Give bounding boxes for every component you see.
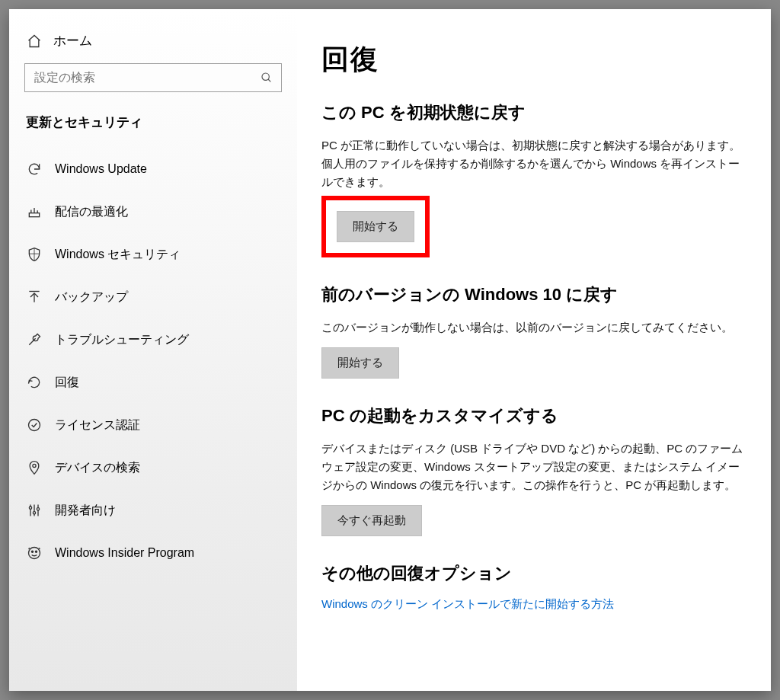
section-more-recovery: その他の回復オプション Windows のクリーン インストールで新たに開始する…: [321, 562, 746, 612]
sidebar-item-label: 回復: [55, 375, 79, 391]
section-title-more: その他の回復オプション: [321, 562, 746, 585]
sidebar-item-for-developers[interactable]: 開発者向け: [24, 489, 282, 532]
sidebar-item-label: Windows Insider Program: [55, 546, 194, 560]
search-icon: [260, 72, 273, 84]
section-advanced-startup: PC の起動をカスタマイズする デバイスまたはディスク (USB ドライブや D…: [321, 404, 746, 536]
shield-icon: [26, 247, 43, 262]
section-go-back: 前のバージョンの Windows 10 に戻す このバージョンが動作しない場合は…: [321, 283, 746, 379]
sidebar-nav-list: Windows Update 配信の最適化 Windows セキュリティ バック…: [24, 148, 282, 574]
sidebar-item-backup[interactable]: バックアップ: [24, 276, 282, 318]
sliders-icon: [26, 503, 43, 518]
highlight-get-started: 開始する: [321, 196, 430, 257]
clean-install-link[interactable]: Windows のクリーン インストールで新たに開始する方法: [321, 597, 614, 610]
reset-get-started-button[interactable]: 開始する: [337, 211, 414, 242]
goback-get-started-button[interactable]: 開始する: [321, 347, 399, 379]
search-input[interactable]: [33, 70, 260, 85]
main-content: 回復 この PC を初期状態に戻す PC が正常に動作していない場合は、初期状態…: [297, 9, 771, 691]
home-icon: [26, 34, 43, 49]
restart-now-button[interactable]: 今すぐ再起動: [321, 505, 422, 536]
svg-point-6: [33, 464, 36, 467]
sidebar: ホーム 更新とセキュリティ Windows Update 配信の最適化: [9, 9, 297, 691]
wrench-icon: [26, 332, 43, 347]
section-desc-reset: PC が正常に動作していない場合は、初期状態に戻すと解決する場合があります。個人…: [321, 136, 746, 191]
sidebar-item-label: ライセンス認証: [55, 417, 140, 433]
svg-point-0: [262, 73, 269, 80]
sidebar-item-label: デバイスの検索: [55, 460, 140, 476]
sidebar-home[interactable]: ホーム: [24, 27, 282, 63]
delivery-icon: [26, 204, 43, 219]
svg-point-5: [29, 420, 40, 431]
sidebar-item-windows-update[interactable]: Windows Update: [24, 148, 282, 190]
sidebar-item-recovery[interactable]: 回復: [24, 361, 282, 404]
section-desc-goback: このバージョンが動作しない場合は、以前のバージョンに戻してみてください。: [321, 318, 746, 337]
svg-point-15: [35, 551, 37, 552]
section-desc-advanced: デバイスまたはディスク (USB ドライブや DVD など) からの起動、PC …: [321, 439, 746, 494]
svg-point-12: [37, 508, 39, 510]
svg-point-14: [31, 551, 33, 552]
sidebar-item-windows-insider[interactable]: Windows Insider Program: [24, 532, 282, 574]
backup-icon: [26, 289, 43, 305]
svg-rect-2: [29, 213, 39, 217]
sidebar-item-label: 配信の最適化: [55, 204, 128, 220]
recovery-icon: [26, 375, 43, 390]
section-title-advanced: PC の起動をカスタマイズする: [321, 404, 746, 427]
svg-point-10: [33, 512, 35, 514]
location-icon: [26, 460, 43, 475]
sidebar-category-title: 更新とセキュリティ: [24, 112, 282, 148]
search-box[interactable]: [24, 63, 282, 92]
sidebar-item-troubleshoot[interactable]: トラブルシューティング: [24, 318, 282, 361]
sidebar-item-label: Windows セキュリティ: [55, 247, 181, 263]
sidebar-item-find-my-device[interactable]: デバイスの検索: [24, 446, 282, 489]
sidebar-home-label: ホーム: [53, 32, 92, 50]
sidebar-item-delivery-optimization[interactable]: 配信の最適化: [24, 190, 282, 233]
sidebar-item-label: 開発者向け: [55, 503, 116, 519]
page-title: 回復: [321, 41, 746, 78]
sync-icon: [26, 161, 43, 177]
sidebar-item-windows-security[interactable]: Windows セキュリティ: [24, 233, 282, 276]
sidebar-item-activation[interactable]: ライセンス認証: [24, 404, 282, 446]
sidebar-item-label: バックアップ: [55, 289, 128, 305]
sidebar-item-label: トラブルシューティング: [55, 332, 189, 348]
settings-window: ホーム 更新とセキュリティ Windows Update 配信の最適化: [9, 9, 771, 691]
svg-point-13: [29, 548, 40, 559]
section-title-reset: この PC を初期状態に戻す: [321, 101, 746, 124]
sidebar-item-label: Windows Update: [55, 162, 147, 176]
section-title-goback: 前のバージョンの Windows 10 に戻す: [321, 283, 746, 306]
svg-line-1: [268, 79, 270, 82]
section-reset-pc: この PC を初期状態に戻す PC が正常に動作していない場合は、初期状態に戻す…: [321, 101, 746, 257]
check-circle-icon: [26, 417, 43, 433]
insider-icon: [26, 545, 43, 561]
svg-point-8: [29, 507, 31, 509]
